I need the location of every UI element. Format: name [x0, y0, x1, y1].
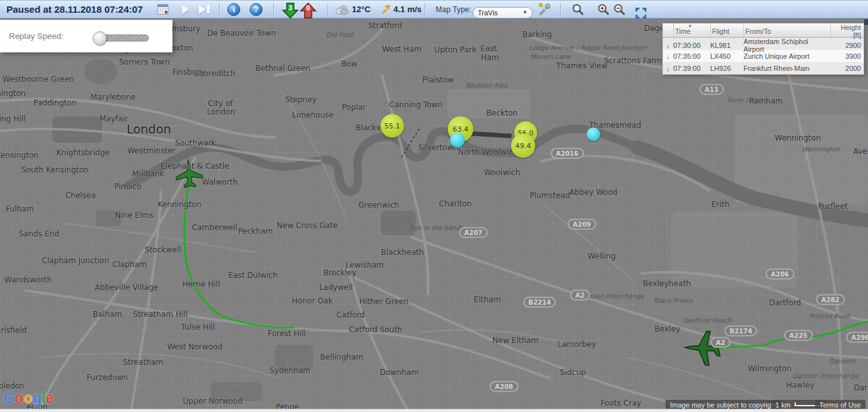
zoom-out-button[interactable] — [613, 1, 626, 18]
replay-speed-label: Replay Speed: — [9, 31, 63, 41]
map-world: msburyDe Beauvoir TownSomers TownIslingt… — [0, 19, 868, 409]
road-badge-b2214: B2214 — [523, 297, 556, 308]
flight-number: KL981 — [710, 42, 743, 49]
toolbar-separator — [219, 3, 220, 16]
header-gutter — [663, 24, 673, 39]
road-badge-a206: A206 — [766, 269, 795, 280]
calendar-button[interactable] — [157, 1, 169, 18]
column-header-from-to[interactable]: From/To — [743, 24, 830, 39]
google-logo[interactable]: Google — [3, 390, 54, 407]
toolbar-separator — [273, 3, 274, 16]
replay-speed-panel: Replay Speed: — [0, 20, 172, 52]
toolbar-separator — [328, 3, 328, 16]
zoom-in-button[interactable] — [597, 1, 610, 18]
noise-monitor-55.1[interactable]: 55.1 — [381, 114, 404, 138]
toolbar-separator — [560, 3, 561, 16]
flight-table-body: ↓07:30:00KL981Amsterdam Schiphol Airport… — [663, 38, 864, 74]
flight-trail-south — [185, 181, 294, 328]
travis-app: msburyDe Beauvoir TownSomers TownIslingt… — [0, 0, 868, 412]
wind-direction-icon — [380, 1, 392, 18]
flight-fromto: Zurich Unique Airport — [743, 52, 830, 60]
play-button[interactable] — [182, 1, 189, 18]
google-logo-letter: g — [33, 390, 42, 406]
google-logo-letter: G — [3, 390, 15, 406]
main-toolbar: Paused at 28.11.2018 07:24:07 i ? 3 — [0, 0, 868, 19]
google-logo-letter: o — [24, 390, 33, 406]
sort-ascending-icon: ▲ — [688, 23, 692, 27]
flight-row-lh926[interactable]: ↓07:39:00LH926Frankfurt Rhein-Main2000 — [663, 62, 864, 74]
flight-time: 07:35:00 — [673, 52, 710, 60]
map-vector-layer — [0, 19, 868, 409]
noise-monitor-49.4[interactable]: 49.4 — [511, 134, 535, 158]
toolbar-separator — [425, 3, 425, 16]
google-logo-letter: o — [15, 390, 24, 406]
horizontal-scrollbar[interactable] — [0, 409, 868, 412]
step-forward-button[interactable] — [199, 1, 209, 18]
arrivals-count: 3 — [282, 4, 299, 11]
flight-row-kl981[interactable]: ↓07:30:00KL981Amsterdam Schiphol Airport… — [663, 38, 864, 50]
wind-speed-value: 4.1 m/s — [393, 1, 422, 18]
arrival-arrow-icon: ↓ — [663, 65, 673, 72]
info-button[interactable]: i — [227, 1, 240, 18]
flight-time: 07:30:00 — [673, 42, 710, 49]
help-button[interactable]: ? — [250, 1, 263, 18]
arrivals-counter-button[interactable]: 3 — [282, 2, 299, 19]
playback-status-text: Paused at 28.11.2018 07:24:07 — [6, 1, 143, 18]
plane-icon-bexley[interactable] — [684, 330, 720, 365]
column-header-time[interactable]: Time▲ — [673, 24, 710, 39]
map-control-fragment — [864, 19, 868, 25]
road-badge-a208: A208 — [490, 381, 519, 392]
map-type-label: Map Type: — [436, 1, 471, 18]
flight-number: LX450 — [710, 52, 743, 60]
road-badge-a13: A13 — [699, 84, 724, 95]
road-badge-a2: A2 — [711, 337, 731, 348]
copyright-notice: Image may be subject to copyright — [666, 400, 782, 409]
road-badge-a2: A2 — [570, 290, 590, 301]
arrival-arrow-icon: ↓ — [663, 52, 673, 60]
road-badge-a207: A207 — [459, 227, 488, 238]
map-type-select[interactable]: TraVis ▼ — [473, 4, 533, 21]
map-canvas[interactable]: msburyDe Beauvoir TownSomers TownIslingt… — [0, 19, 868, 409]
column-header-height-ft[interactable]: Height [ft] — [830, 24, 864, 39]
weather-cloud-icon — [335, 1, 349, 18]
road-badge-a225: A225 — [784, 330, 813, 341]
road-badge-a296: A296 — [846, 332, 868, 343]
flight-height: 2000 — [830, 65, 864, 72]
flight-time: 07:39:00 — [673, 65, 710, 72]
measurement-station-2[interactable] — [587, 128, 600, 141]
replay-speed-slider-handle[interactable] — [93, 31, 107, 45]
city-airport-runway — [471, 134, 512, 136]
flight-number: LH926 — [710, 65, 743, 72]
map-type-value: TraVis — [478, 9, 498, 17]
tools-button[interactable] — [537, 1, 551, 18]
departures-count: 0 — [300, 4, 317, 11]
flight-table-header[interactable]: Time▲FlightFrom/ToHeight [ft] — [663, 24, 864, 38]
flight-height: 3900 — [830, 52, 864, 60]
google-logo-letter: e — [45, 390, 54, 406]
flight-table: Time▲FlightFrom/ToHeight [ft] ↓07:30:00K… — [662, 23, 864, 75]
road-badge-a209: A209 — [568, 219, 597, 230]
zoom-box-button[interactable] — [572, 1, 584, 18]
arrival-arrow-icon: ↓ — [663, 42, 673, 49]
flight-fromto: Amsterdam Schiphol Airport — [743, 38, 830, 53]
flight-fromto: Frankfurt Rhein-Main — [743, 65, 830, 72]
flight-height: 2900 — [830, 42, 864, 49]
column-header-flight[interactable]: Flight — [710, 24, 743, 39]
measurement-station-1[interactable] — [450, 133, 465, 148]
road-badge-a2016: A2016 — [551, 148, 584, 159]
departures-counter-button[interactable]: 0 — [300, 2, 317, 19]
temperature-value: 12°C — [352, 1, 370, 18]
terms-of-use-link[interactable]: Terms of Use — [815, 400, 865, 409]
chevron-down-icon: ▼ — [522, 10, 528, 15]
road-badge-b2174: B2174 — [724, 326, 757, 337]
flight-row-lx450[interactable]: ↓07:35:00LX450Zurich Unique Airport3900 — [663, 50, 864, 62]
plane-icon-elephant-castle[interactable] — [175, 159, 203, 188]
road-badge-a282: A282 — [816, 294, 845, 305]
fullscreen-button[interactable] — [636, 4, 646, 22]
